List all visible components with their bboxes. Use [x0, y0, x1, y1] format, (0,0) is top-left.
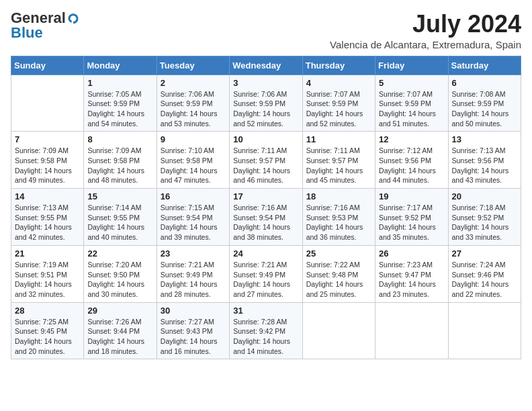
day-number: 1: [87, 78, 152, 88]
day-info: Sunrise: 7:14 AM Sunset: 9:55 PM Dayligh…: [87, 203, 152, 242]
day-number: 29: [87, 306, 152, 316]
calendar-cell: 23Sunrise: 7:21 AM Sunset: 9:49 PM Dayli…: [157, 245, 229, 302]
day-info: Sunrise: 7:11 AM Sunset: 9:57 PM Dayligh…: [306, 146, 371, 185]
day-info: Sunrise: 7:11 AM Sunset: 9:57 PM Dayligh…: [233, 146, 298, 185]
day-number: 30: [161, 306, 226, 316]
day-header-friday: Friday: [375, 56, 448, 75]
calendar-cell: [302, 302, 375, 359]
day-info: Sunrise: 7:16 AM Sunset: 9:53 PM Dayligh…: [306, 203, 371, 242]
calendar-cell: 13Sunrise: 7:13 AM Sunset: 9:56 PM Dayli…: [448, 132, 521, 189]
calendar-cell: [448, 302, 521, 359]
day-info: Sunrise: 7:16 AM Sunset: 9:54 PM Dayligh…: [233, 203, 298, 242]
day-info: Sunrise: 7:09 AM Sunset: 9:58 PM Dayligh…: [15, 146, 80, 185]
logo-general: General: [11, 11, 66, 26]
calendar-cell: 7Sunrise: 7:09 AM Sunset: 9:58 PM Daylig…: [11, 132, 84, 189]
calendar-cell: 21Sunrise: 7:19 AM Sunset: 9:51 PM Dayli…: [11, 245, 84, 302]
calendar-cell: 12Sunrise: 7:12 AM Sunset: 9:56 PM Dayli…: [375, 132, 448, 189]
day-number: 16: [161, 191, 226, 201]
day-info: Sunrise: 7:09 AM Sunset: 9:58 PM Dayligh…: [87, 146, 152, 185]
calendar-cell: 30Sunrise: 7:27 AM Sunset: 9:43 PM Dayli…: [157, 302, 229, 359]
day-info: Sunrise: 7:25 AM Sunset: 9:45 PM Dayligh…: [15, 317, 80, 357]
day-info: Sunrise: 7:24 AM Sunset: 9:46 PM Dayligh…: [452, 260, 517, 300]
day-info: Sunrise: 7:28 AM Sunset: 9:42 PM Dayligh…: [233, 317, 298, 357]
day-number: 4: [306, 78, 371, 88]
calendar-cell: 18Sunrise: 7:16 AM Sunset: 9:53 PM Dayli…: [302, 189, 375, 246]
calendar-week-3: 14Sunrise: 7:13 AM Sunset: 9:55 PM Dayli…: [11, 189, 521, 246]
day-info: Sunrise: 7:13 AM Sunset: 9:55 PM Dayligh…: [15, 203, 80, 242]
day-header-tuesday: Tuesday: [157, 56, 229, 75]
calendar-cell: 10Sunrise: 7:11 AM Sunset: 9:57 PM Dayli…: [230, 132, 302, 189]
page-header: General Blue July 2024 Valencia de Alcan…: [11, 11, 521, 50]
day-info: Sunrise: 7:08 AM Sunset: 9:59 PM Dayligh…: [452, 89, 517, 129]
day-number: 18: [306, 191, 371, 201]
day-number: 21: [15, 248, 80, 259]
day-header-thursday: Thursday: [302, 56, 375, 75]
day-info: Sunrise: 7:12 AM Sunset: 9:56 PM Dayligh…: [379, 146, 444, 185]
calendar-cell: 28Sunrise: 7:25 AM Sunset: 9:45 PM Dayli…: [11, 302, 84, 359]
day-info: Sunrise: 7:21 AM Sunset: 9:49 PM Dayligh…: [161, 260, 226, 300]
day-number: 12: [379, 134, 444, 144]
day-number: 7: [15, 134, 80, 144]
calendar-cell: 19Sunrise: 7:17 AM Sunset: 9:52 PM Dayli…: [375, 189, 448, 246]
day-info: Sunrise: 7:07 AM Sunset: 9:59 PM Dayligh…: [306, 89, 371, 129]
day-number: 13: [452, 134, 517, 144]
day-info: Sunrise: 7:27 AM Sunset: 9:43 PM Dayligh…: [161, 317, 226, 357]
calendar-cell: 22Sunrise: 7:20 AM Sunset: 9:50 PM Dayli…: [84, 245, 157, 302]
day-number: 31: [233, 306, 298, 316]
calendar-cell: 6Sunrise: 7:08 AM Sunset: 9:59 PM Daylig…: [448, 75, 521, 132]
calendar-cell: 15Sunrise: 7:14 AM Sunset: 9:55 PM Dayli…: [84, 189, 157, 246]
day-number: 22: [87, 248, 152, 259]
calendar-cell: 4Sunrise: 7:07 AM Sunset: 9:59 PM Daylig…: [302, 75, 375, 132]
calendar-cell: 26Sunrise: 7:23 AM Sunset: 9:47 PM Dayli…: [375, 245, 448, 302]
day-number: 11: [306, 134, 371, 144]
calendar-header-row: SundayMondayTuesdayWednesdayThursdayFrid…: [11, 56, 521, 75]
calendar-week-5: 28Sunrise: 7:25 AM Sunset: 9:45 PM Dayli…: [11, 302, 521, 359]
day-info: Sunrise: 7:19 AM Sunset: 9:51 PM Dayligh…: [15, 260, 80, 300]
day-number: 27: [452, 248, 517, 259]
month-year-title: July 2024: [330, 11, 521, 38]
calendar-cell: 9Sunrise: 7:10 AM Sunset: 9:58 PM Daylig…: [157, 132, 229, 189]
day-number: 2: [161, 78, 226, 88]
day-info: Sunrise: 7:23 AM Sunset: 9:47 PM Dayligh…: [379, 260, 444, 300]
day-info: Sunrise: 7:22 AM Sunset: 9:48 PM Dayligh…: [306, 260, 371, 300]
day-info: Sunrise: 7:13 AM Sunset: 9:56 PM Dayligh…: [452, 146, 517, 185]
day-number: 14: [15, 191, 80, 201]
calendar-cell: 24Sunrise: 7:21 AM Sunset: 9:49 PM Dayli…: [230, 245, 302, 302]
day-number: 3: [233, 78, 298, 88]
day-number: 6: [452, 78, 517, 88]
day-number: 9: [161, 134, 226, 144]
day-info: Sunrise: 7:10 AM Sunset: 9:58 PM Dayligh…: [161, 146, 226, 185]
calendar-cell: 14Sunrise: 7:13 AM Sunset: 9:55 PM Dayli…: [11, 189, 84, 246]
calendar-cell: [375, 302, 448, 359]
logo-icon: [67, 12, 79, 24]
day-number: 23: [161, 248, 226, 259]
day-number: 25: [306, 248, 371, 259]
calendar-table: SundayMondayTuesdayWednesdayThursdayFrid…: [11, 56, 521, 360]
day-info: Sunrise: 7:15 AM Sunset: 9:54 PM Dayligh…: [161, 203, 226, 242]
day-number: 19: [379, 191, 444, 201]
day-info: Sunrise: 7:17 AM Sunset: 9:52 PM Dayligh…: [379, 203, 444, 242]
calendar-cell: 31Sunrise: 7:28 AM Sunset: 9:42 PM Dayli…: [230, 302, 302, 359]
day-info: Sunrise: 7:05 AM Sunset: 9:59 PM Dayligh…: [87, 89, 152, 129]
calendar-cell: 27Sunrise: 7:24 AM Sunset: 9:46 PM Dayli…: [448, 245, 521, 302]
calendar-cell: 3Sunrise: 7:06 AM Sunset: 9:59 PM Daylig…: [230, 75, 302, 132]
title-block: July 2024 Valencia de Alcantara, Extrema…: [330, 11, 521, 50]
day-number: 5: [379, 78, 444, 88]
day-header-sunday: Sunday: [11, 56, 84, 75]
day-number: 15: [87, 191, 152, 201]
location-subtitle: Valencia de Alcantara, Extremadura, Spai…: [330, 39, 521, 50]
logo: General Blue: [11, 11, 79, 40]
day-info: Sunrise: 7:06 AM Sunset: 9:59 PM Dayligh…: [233, 89, 298, 129]
calendar-cell: 25Sunrise: 7:22 AM Sunset: 9:48 PM Dayli…: [302, 245, 375, 302]
day-number: 17: [233, 191, 298, 201]
day-header-saturday: Saturday: [448, 56, 521, 75]
day-number: 8: [87, 134, 152, 144]
day-number: 26: [379, 248, 444, 259]
calendar-cell: 2Sunrise: 7:06 AM Sunset: 9:59 PM Daylig…: [157, 75, 229, 132]
day-info: Sunrise: 7:18 AM Sunset: 9:52 PM Dayligh…: [452, 203, 517, 242]
day-info: Sunrise: 7:07 AM Sunset: 9:59 PM Dayligh…: [379, 89, 444, 129]
day-info: Sunrise: 7:26 AM Sunset: 9:44 PM Dayligh…: [87, 317, 152, 357]
calendar-cell: 29Sunrise: 7:26 AM Sunset: 9:44 PM Dayli…: [84, 302, 157, 359]
calendar-cell: 17Sunrise: 7:16 AM Sunset: 9:54 PM Dayli…: [230, 189, 302, 246]
day-number: 24: [233, 248, 298, 259]
